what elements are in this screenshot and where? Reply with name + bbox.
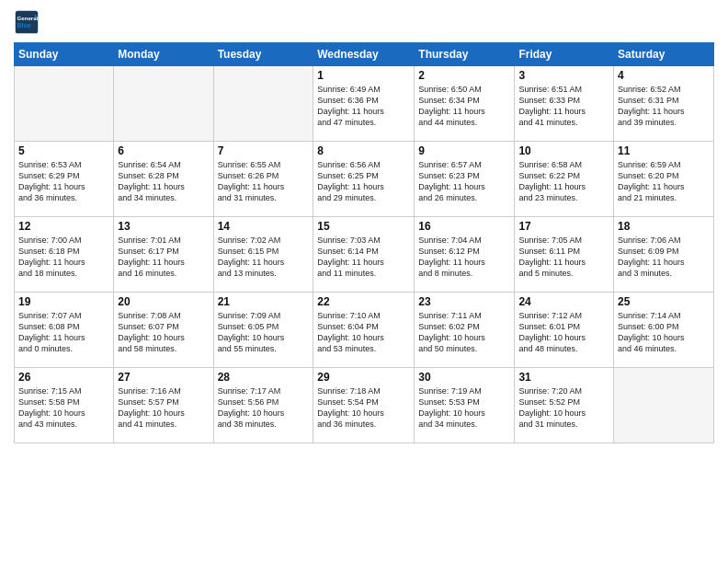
day-number: 24 [518,295,609,308]
day-info: Sunrise: 7:15 AM Sunset: 5:58 PM Dayligh… [18,385,109,431]
page: General Blue SundayMondayTuesdayWednesda… [0,0,728,563]
calendar-cell: 10Sunrise: 6:58 AM Sunset: 6:22 PM Dayli… [515,142,614,217]
day-info: Sunrise: 7:11 AM Sunset: 6:02 PM Dayligh… [418,310,510,355]
day-number: 19 [18,295,109,308]
weekday-header-thursday: Thursday [415,43,515,66]
week-row-2: 5Sunrise: 6:53 AM Sunset: 6:29 PM Daylig… [15,142,714,217]
calendar-cell: 24Sunrise: 7:12 AM Sunset: 6:01 PM Dayli… [515,293,614,368]
day-number: 20 [118,295,209,308]
day-info: Sunrise: 7:08 AM Sunset: 6:07 PM Dayligh… [118,310,209,355]
day-number: 25 [618,295,710,308]
day-number: 26 [18,371,109,384]
day-info: Sunrise: 7:01 AM Sunset: 6:17 PM Dayligh… [118,235,209,280]
day-number: 14 [218,220,310,233]
calendar-cell: 5Sunrise: 6:53 AM Sunset: 6:29 PM Daylig… [15,142,114,217]
week-row-5: 26Sunrise: 7:15 AM Sunset: 5:58 PM Dayli… [15,368,714,443]
day-number: 22 [317,295,410,308]
calendar-cell: 8Sunrise: 6:56 AM Sunset: 6:25 PM Daylig… [313,142,415,217]
calendar-cell: 14Sunrise: 7:02 AM Sunset: 6:15 PM Dayli… [213,217,313,293]
day-info: Sunrise: 6:57 AM Sunset: 6:23 PM Dayligh… [418,159,510,204]
calendar-cell: 11Sunrise: 6:59 AM Sunset: 6:20 PM Dayli… [614,142,714,217]
day-number: 21 [218,295,310,308]
day-number: 6 [118,144,209,157]
calendar-cell: 3Sunrise: 6:51 AM Sunset: 6:33 PM Daylig… [515,66,614,142]
day-number: 15 [317,220,410,233]
day-number: 31 [518,371,609,384]
weekday-header-tuesday: Tuesday [213,43,313,66]
svg-text:Blue: Blue [17,22,31,29]
day-number: 2 [418,69,510,82]
calendar-table: SundayMondayTuesdayWednesdayThursdayFrid… [14,42,714,443]
calendar-cell: 30Sunrise: 7:19 AM Sunset: 5:53 PM Dayli… [415,368,515,443]
calendar-cell: 25Sunrise: 7:14 AM Sunset: 6:00 PM Dayli… [614,293,714,368]
day-info: Sunrise: 6:59 AM Sunset: 6:20 PM Dayligh… [618,159,710,204]
weekday-header-friday: Friday [515,43,614,66]
day-number: 28 [218,371,310,384]
calendar-cell [213,66,313,142]
calendar-cell: 4Sunrise: 6:52 AM Sunset: 6:31 PM Daylig… [614,66,714,142]
day-number: 11 [618,144,710,157]
day-info: Sunrise: 6:50 AM Sunset: 6:34 PM Dayligh… [418,84,510,129]
calendar-cell: 27Sunrise: 7:16 AM Sunset: 5:57 PM Dayli… [114,368,213,443]
day-number: 9 [418,144,510,157]
day-info: Sunrise: 7:17 AM Sunset: 5:56 PM Dayligh… [218,385,310,431]
day-number: 10 [518,144,609,157]
day-number: 8 [317,144,410,157]
calendar-cell: 12Sunrise: 7:00 AM Sunset: 6:18 PM Dayli… [15,217,114,293]
calendar-cell: 31Sunrise: 7:20 AM Sunset: 5:52 PM Dayli… [515,368,614,443]
day-number: 4 [618,69,710,82]
calendar-cell: 22Sunrise: 7:10 AM Sunset: 6:04 PM Dayli… [313,293,415,368]
calendar-cell: 9Sunrise: 6:57 AM Sunset: 6:23 PM Daylig… [415,142,515,217]
day-number: 17 [518,220,609,233]
day-info: Sunrise: 7:02 AM Sunset: 6:15 PM Dayligh… [218,235,310,280]
day-info: Sunrise: 7:20 AM Sunset: 5:52 PM Dayligh… [518,385,609,431]
day-info: Sunrise: 6:53 AM Sunset: 6:29 PM Dayligh… [18,159,109,204]
calendar-cell: 29Sunrise: 7:18 AM Sunset: 5:54 PM Dayli… [313,368,415,443]
calendar-cell: 18Sunrise: 7:06 AM Sunset: 6:09 PM Dayli… [614,217,714,293]
calendar-cell: 15Sunrise: 7:03 AM Sunset: 6:14 PM Dayli… [313,217,415,293]
day-number: 5 [18,144,109,157]
day-info: Sunrise: 6:56 AM Sunset: 6:25 PM Dayligh… [317,159,410,204]
day-number: 1 [317,69,410,82]
day-number: 30 [418,371,510,384]
day-info: Sunrise: 7:16 AM Sunset: 5:57 PM Dayligh… [118,385,209,431]
day-info: Sunrise: 7:12 AM Sunset: 6:01 PM Dayligh… [518,310,609,355]
calendar-cell: 21Sunrise: 7:09 AM Sunset: 6:05 PM Dayli… [213,293,313,368]
calendar-cell [614,368,714,443]
calendar-cell: 16Sunrise: 7:04 AM Sunset: 6:12 PM Dayli… [415,217,515,293]
day-info: Sunrise: 6:49 AM Sunset: 6:36 PM Dayligh… [317,84,410,129]
weekday-header-row: SundayMondayTuesdayWednesdayThursdayFrid… [15,43,714,66]
day-number: 12 [18,220,109,233]
day-info: Sunrise: 7:09 AM Sunset: 6:05 PM Dayligh… [218,310,310,355]
day-info: Sunrise: 7:00 AM Sunset: 6:18 PM Dayligh… [18,235,109,280]
calendar-cell [114,66,213,142]
calendar-cell: 23Sunrise: 7:11 AM Sunset: 6:02 PM Dayli… [415,293,515,368]
day-info: Sunrise: 7:06 AM Sunset: 6:09 PM Dayligh… [618,235,710,280]
day-number: 23 [418,295,510,308]
header: General Blue [14,9,714,35]
day-number: 27 [118,371,209,384]
day-info: Sunrise: 7:18 AM Sunset: 5:54 PM Dayligh… [317,385,410,431]
day-number: 3 [518,69,609,82]
calendar-cell: 26Sunrise: 7:15 AM Sunset: 5:58 PM Dayli… [15,368,114,443]
calendar-cell: 17Sunrise: 7:05 AM Sunset: 6:11 PM Dayli… [515,217,614,293]
calendar-cell: 19Sunrise: 7:07 AM Sunset: 6:08 PM Dayli… [15,293,114,368]
week-row-4: 19Sunrise: 7:07 AM Sunset: 6:08 PM Dayli… [15,293,714,368]
day-info: Sunrise: 6:52 AM Sunset: 6:31 PM Dayligh… [618,84,710,129]
week-row-3: 12Sunrise: 7:00 AM Sunset: 6:18 PM Dayli… [15,217,714,293]
logo: General Blue [14,9,43,35]
day-info: Sunrise: 7:19 AM Sunset: 5:53 PM Dayligh… [418,385,510,431]
day-info: Sunrise: 6:58 AM Sunset: 6:22 PM Dayligh… [518,159,609,204]
day-info: Sunrise: 7:14 AM Sunset: 6:00 PM Dayligh… [618,310,710,355]
weekday-header-monday: Monday [114,43,213,66]
day-number: 7 [218,144,310,157]
weekday-header-sunday: Sunday [15,43,114,66]
day-info: Sunrise: 7:04 AM Sunset: 6:12 PM Dayligh… [418,235,510,280]
calendar-cell: 6Sunrise: 6:54 AM Sunset: 6:28 PM Daylig… [114,142,213,217]
day-info: Sunrise: 7:05 AM Sunset: 6:11 PM Dayligh… [518,235,609,280]
day-number: 18 [618,220,710,233]
calendar-cell: 28Sunrise: 7:17 AM Sunset: 5:56 PM Dayli… [213,368,313,443]
day-info: Sunrise: 7:03 AM Sunset: 6:14 PM Dayligh… [317,235,410,280]
calendar-cell: 2Sunrise: 6:50 AM Sunset: 6:34 PM Daylig… [415,66,515,142]
calendar-cell [15,66,114,142]
